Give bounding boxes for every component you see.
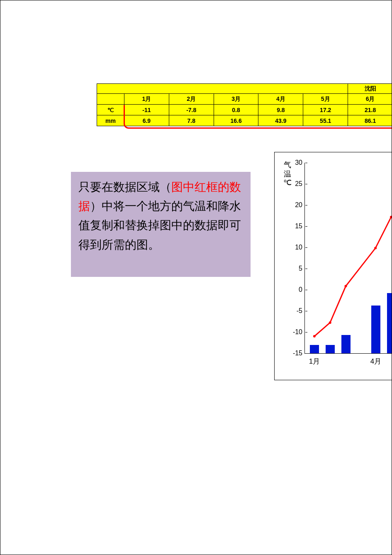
data-table-container: 沈阳 1月 2月 3月 4月 5月 6月 ℃ -11 -7.8 0.8 9.8 … bbox=[97, 83, 392, 126]
cell[interactable]: 43.9 bbox=[258, 115, 303, 126]
row-label-precip: mm bbox=[97, 115, 124, 126]
cell[interactable]: 7.8 bbox=[169, 115, 214, 126]
col-header: 3月 bbox=[214, 94, 258, 105]
cell[interactable]: -7.8 bbox=[169, 105, 214, 115]
cell[interactable]: 21.8 bbox=[348, 105, 392, 115]
col-header: 2月 bbox=[169, 94, 214, 105]
ytick: 20 bbox=[295, 201, 305, 209]
row-label-temp: ℃ bbox=[97, 105, 124, 115]
temperature-row: ℃ -11 -7.8 0.8 9.8 17.2 21.8 bbox=[97, 105, 392, 115]
table-city-title: 沈阳 bbox=[348, 84, 392, 94]
cell[interactable]: 16.6 bbox=[214, 115, 258, 126]
ytick: -5 bbox=[297, 307, 305, 315]
col-header: 5月 bbox=[303, 94, 348, 105]
ytick: 10 bbox=[295, 244, 305, 251]
y-axis-title: 气 温 ℃ bbox=[283, 161, 292, 188]
xtick: 4月 bbox=[370, 353, 381, 366]
ytick: -10 bbox=[293, 328, 305, 336]
ytick: 0 bbox=[299, 286, 305, 293]
ytick: 30 bbox=[295, 159, 305, 166]
ytick: 5 bbox=[299, 265, 305, 272]
instruction-box: 只要在数据区域（图中红框的数据）中将一个地方的气温和降水值复制和替换掉图中的数据… bbox=[71, 172, 251, 277]
col-header: 4月 bbox=[258, 94, 303, 105]
climate-chart: 气 温 ℃ 30 25 20 15 10 5 0 -5 -10 -15 bbox=[274, 152, 392, 380]
y-axis-title-line: 温 bbox=[284, 170, 291, 178]
cell[interactable]: 0.8 bbox=[214, 105, 258, 115]
cell[interactable]: 17.2 bbox=[303, 105, 348, 115]
instruction-text-pre: 只要在数据区域（ bbox=[78, 181, 171, 193]
ytick: -15 bbox=[293, 350, 305, 357]
climate-data-table: 沈阳 1月 2月 3月 4月 5月 6月 ℃ -11 -7.8 0.8 9.8 … bbox=[97, 83, 392, 126]
ytick: 25 bbox=[295, 180, 305, 188]
svg-point-2 bbox=[345, 285, 347, 287]
ytick: 15 bbox=[295, 222, 305, 230]
cell[interactable]: -11 bbox=[124, 105, 169, 115]
xtick: 1月 bbox=[309, 353, 320, 366]
cell[interactable]: 9.8 bbox=[258, 105, 303, 115]
table-header-blank bbox=[97, 94, 124, 105]
plot-area: 30 25 20 15 10 5 0 -5 -10 -15 1月 4月 bbox=[304, 163, 392, 354]
svg-point-1 bbox=[329, 321, 331, 324]
temperature-line bbox=[305, 163, 392, 353]
svg-point-0 bbox=[313, 335, 316, 337]
precipitation-row: mm 6.9 7.8 16.6 43.9 55.1 86.1 bbox=[97, 115, 392, 126]
cell[interactable]: 86.1 bbox=[348, 115, 392, 126]
col-header: 1月 bbox=[124, 94, 169, 105]
cell[interactable]: 55.1 bbox=[303, 115, 348, 126]
svg-point-3 bbox=[374, 247, 377, 249]
table-header-row: 1月 2月 3月 4月 5月 6月 bbox=[97, 94, 392, 105]
cell[interactable]: 6.9 bbox=[124, 115, 169, 126]
table-title-row: 沈阳 bbox=[97, 84, 392, 94]
y-axis-title-line: 气 bbox=[284, 161, 291, 169]
y-axis-title-line: ℃ bbox=[283, 178, 292, 187]
col-header: 6月 bbox=[348, 94, 392, 105]
table-title-spacer bbox=[97, 84, 348, 94]
instruction-text-post: ）中将一个地方的气温和降水值复制和替换掉图中的数据即可得到所需的图。 bbox=[78, 200, 241, 251]
